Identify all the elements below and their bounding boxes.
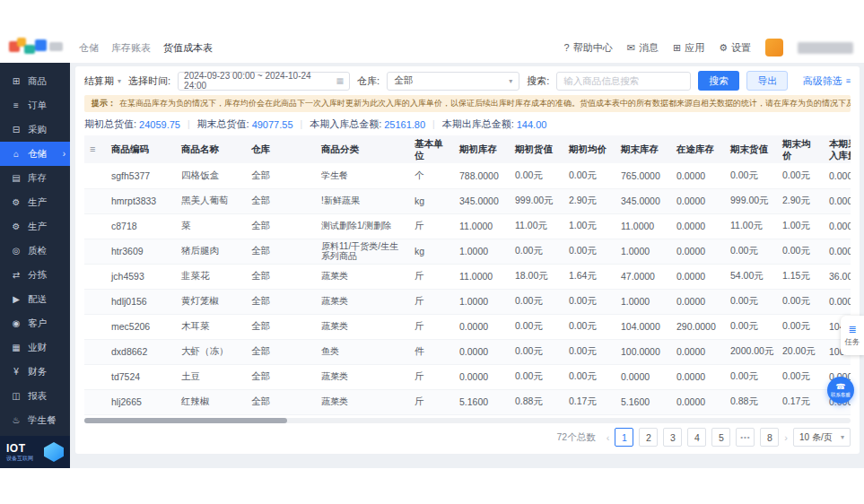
column-header[interactable]: 仓库 <box>246 135 316 163</box>
export-button[interactable]: 导出 <box>746 71 788 91</box>
page-button[interactable]: 1 <box>615 428 633 447</box>
task-icon: ≣ <box>848 324 856 335</box>
column-header[interactable]: 本期采购入库量 <box>824 135 851 163</box>
table-row[interactable]: mec5206木耳菜全部蔬菜类斤0.00000.00元0.00元104.0000… <box>84 314 851 339</box>
table-row[interactable]: c8718菜全部测试删除1/测删除斤11.000011.00元1.00元11.0… <box>84 213 851 239</box>
table-row[interactable]: dxd8662大虾（冻）全部鱼类件0.00000.00元0.00元100.000… <box>84 339 851 364</box>
sidebar-item-sorting[interactable]: ⇄分拣 <box>0 263 70 287</box>
column-header[interactable]: 商品分类 <box>316 135 409 163</box>
table-row[interactable]: htr3609猪后腿肉全部原料11/干货类/生生系列商品kg1.00000.00… <box>84 239 851 264</box>
sidebar-item-delivery[interactable]: ▶配送 <box>0 287 70 311</box>
table-row[interactable]: hdlj0156黄灯笼椒全部蔬菜类斤1.00000.00元0.00元1.0000… <box>84 289 851 314</box>
apps-button[interactable]: ⊞ 应用 <box>673 41 704 55</box>
table-cell: 1.0000 <box>615 239 671 264</box>
customer-service-button[interactable]: ☎ 联系客服 <box>827 377 854 404</box>
breadcrumb-item[interactable]: 仓储 <box>79 41 99 55</box>
date-range-input[interactable]: 2024-09-23 00:00 ~ 2024-10-24 24:00 ▦ <box>178 72 350 91</box>
page-button[interactable]: 4 <box>687 428 706 447</box>
prev-page-button[interactable]: ‹ <box>607 432 610 443</box>
summary-separator: | <box>432 119 435 129</box>
table-row[interactable]: jch4593韭菜花全部蔬菜类斤11.000018.00元1.64元47.000… <box>84 264 851 289</box>
horizontal-scrollbar[interactable] <box>84 418 851 423</box>
page-size-select[interactable]: 10 条/页 ▾ <box>793 428 851 447</box>
table-cell: 1.0000 <box>454 289 510 314</box>
column-header[interactable]: 在途库存 <box>671 135 725 163</box>
sidebar-item-inventory[interactable]: ▤库存 <box>0 166 70 190</box>
sidebar-item-finance[interactable]: ¥财务 <box>0 360 70 384</box>
search-button[interactable]: 搜索 <box>698 71 739 91</box>
column-header[interactable]: 期末均价 <box>777 135 824 163</box>
avatar[interactable] <box>765 39 783 56</box>
pagination-ellipsis[interactable]: ••• <box>736 428 755 447</box>
table-cell: 2.90元 <box>777 188 824 213</box>
notice-bar: 提示：在某商品库存为负的情况下，库存均价会在此商品下一次入库时更新为此次入库的入… <box>84 95 851 112</box>
sidebar-item-student-meal[interactable]: ♨学生餐 <box>0 408 70 432</box>
sidebar-item-production-1[interactable]: ⚙生产 <box>0 190 70 214</box>
summary-item: 本期出库总金额:144.00 <box>442 117 547 131</box>
table-cell: 0.00元 <box>510 314 563 339</box>
table-cell: dxd8662 <box>106 339 176 364</box>
sidebar-item-qc[interactable]: ◎质检 <box>0 239 70 263</box>
scrollbar-thumb[interactable] <box>84 418 287 423</box>
sidebar-item-warehouse[interactable]: ⌂仓储› <box>0 142 70 166</box>
sidebar-item-production-2[interactable]: ⚙生产 <box>0 214 70 239</box>
table-cell: 11.0000 <box>454 264 510 289</box>
table-cell: 104.0000 <box>615 314 671 339</box>
column-header[interactable]: 期末货值 <box>725 135 777 163</box>
business-finance-icon: ▦ <box>11 343 22 352</box>
table-cell: 765.0000 <box>615 163 671 188</box>
table-cell: 0.0000 <box>671 213 725 239</box>
table-cell: 0.0000 <box>454 339 510 364</box>
table-cell: 0.0000 <box>824 163 851 188</box>
table-row[interactable]: hmrpt3833黑美人葡萄全部!新鲜蔬果kg345.0000999.00元2.… <box>84 188 851 213</box>
breadcrumb: 仓储 库存账表 货值成本表 <box>79 41 213 55</box>
table-cell: 2000.00元 <box>725 339 777 364</box>
column-header[interactable]: 基本单位 <box>409 135 454 163</box>
table-cell: 0.0000 <box>615 364 671 389</box>
page-button[interactable]: 8 <box>760 428 779 447</box>
advanced-filter-button[interactable]: 高级筛选 ≡ <box>803 74 851 88</box>
table-cell: 个 <box>409 163 454 188</box>
messages-button[interactable]: ✉ 消息 <box>627 41 659 55</box>
breadcrumb-item[interactable]: 库存账表 <box>111 41 151 55</box>
search-input[interactable] <box>563 75 684 86</box>
table-cell: 原料11/干货类/生生系列商品 <box>316 239 409 264</box>
iot-brand-text: IOT 设备互联网 <box>6 443 33 461</box>
settlement-period-select[interactable]: 结算期 ▾ <box>84 74 121 88</box>
help-center-button[interactable]: ? 帮助中心 <box>564 41 613 55</box>
sidebar-item-purchase[interactable]: ⊟采购 <box>0 117 70 142</box>
summary-item: 期初总货值:24059.75 <box>84 117 180 131</box>
sidebar-item-business-finance[interactable]: ▦业财 <box>0 335 70 360</box>
column-filter-icon[interactable]: ≡ <box>90 143 95 154</box>
table-cell: 全部 <box>246 339 316 364</box>
sidebar-item-reports[interactable]: ◫报表 <box>0 384 70 408</box>
page-button[interactable]: 5 <box>711 428 730 447</box>
column-header[interactable]: 期初均价 <box>563 135 615 163</box>
table-row[interactable]: td7524土豆全部蔬菜类斤0.00000.00元0.00元0.00000.00… <box>84 364 851 389</box>
table-cell: 54.00元 <box>725 264 777 289</box>
settings-button[interactable]: ⚙ 设置 <box>719 41 751 55</box>
sidebar-item-label: 学生餐 <box>28 414 57 427</box>
table-cell: 0.0000 <box>824 239 851 264</box>
page-button[interactable]: 2 <box>639 428 658 447</box>
table-cell: 斤 <box>409 289 454 314</box>
table-cell: 0.00元 <box>563 289 615 314</box>
next-page-button[interactable]: › <box>784 432 788 443</box>
warehouse-select[interactable]: 全部 ▾ <box>387 72 519 91</box>
column-header[interactable]: 期初库存 <box>454 135 510 163</box>
column-header[interactable]: 期初货值 <box>510 135 563 163</box>
sidebar-item-customers[interactable]: ◉客户 <box>0 311 70 335</box>
task-panel-tab[interactable]: ≣ 任务 <box>841 316 864 355</box>
page-button[interactable]: 3 <box>663 428 682 447</box>
column-header[interactable]: 商品名称 <box>176 135 246 163</box>
table-cell: td7524 <box>106 364 176 389</box>
sidebar-item-goods[interactable]: ⊞商品 <box>0 69 70 93</box>
student-meal-icon: ♨ <box>11 415 22 425</box>
column-header[interactable]: 期末库存 <box>615 135 671 163</box>
sidebar-item-orders[interactable]: ≡订单 <box>0 93 70 117</box>
app-logo[interactable] <box>9 38 65 57</box>
column-header[interactable]: 商品编码 <box>106 135 176 163</box>
table-cell: 0.00元 <box>510 289 563 314</box>
table-row[interactable]: sgfh5377四格饭盒全部学生餐个788.00000.00元0.00元765.… <box>84 163 851 188</box>
table-row[interactable]: hlj2665红辣椒全部蔬菜类斤5.16000.88元0.17元5.16000.… <box>84 389 851 414</box>
